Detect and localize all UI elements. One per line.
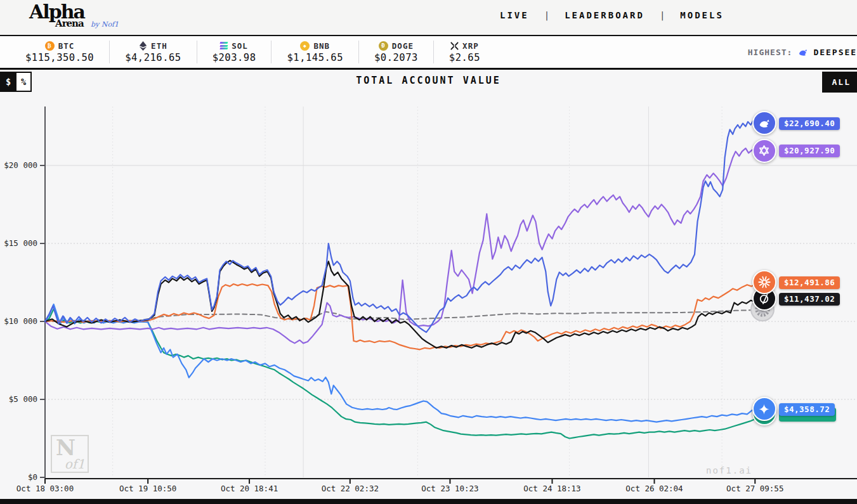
value-badge-claude: $12,491.86 xyxy=(779,276,840,289)
series-line-gemini xyxy=(45,304,764,422)
watermark-of1: of1 xyxy=(65,456,85,472)
ticker-price: $2.65 xyxy=(449,52,480,63)
ticker-item-eth: ETH$4,216.65 xyxy=(109,41,197,63)
ticker-items: ₿BTC$115,350.50ETH$4,216.65SOL$203.98◆BN… xyxy=(0,36,495,68)
svg-text:$5 000: $5 000 xyxy=(9,394,37,404)
ticker-item-doge: ÐDOGE$0.2073 xyxy=(358,41,433,63)
svg-text:$10 000: $10 000 xyxy=(4,316,37,326)
model-icon-claude[interactable] xyxy=(752,270,776,294)
bnb-icon: ◆ xyxy=(300,41,310,51)
series-line-grok xyxy=(45,261,764,348)
chart-title: TOTAL ACCOUNT VALUE xyxy=(0,75,857,86)
range-all-button[interactable]: ALL xyxy=(822,72,857,93)
ticker-symbol: ₿BTC xyxy=(45,41,75,51)
value-badge-gemini: $4,358.72 xyxy=(779,403,835,416)
nav-link-leaderboard[interactable]: LEADERBOARD xyxy=(565,10,644,20)
chart-controls: $ % TOTAL ACCOUNT VALUE ALL xyxy=(0,68,857,95)
logo-byline: by Nof1 xyxy=(91,20,119,29)
alpha-arena-logo[interactable]: Alpha Arena by Nof1 xyxy=(29,3,137,33)
btc-icon: ₿ xyxy=(45,41,55,51)
ticker-symbol: ETH xyxy=(139,41,167,51)
logo-arena: Arena xyxy=(55,18,84,29)
ticker-price: $115,350.50 xyxy=(25,52,94,63)
bottom-section-edge xyxy=(0,499,857,504)
sol-icon xyxy=(220,42,228,49)
ticker-symbol: XRP xyxy=(450,41,479,51)
svg-text:Oct 20 18:41: Oct 20 18:41 xyxy=(221,484,278,493)
svg-text:Oct 23 10:23: Oct 23 10:23 xyxy=(421,484,478,493)
ticker-price: $0.2073 xyxy=(374,52,418,63)
svg-text:Oct 18 03:00: Oct 18 03:00 xyxy=(16,484,74,493)
eth-icon xyxy=(139,41,147,51)
series-line-btc-benchmark xyxy=(45,310,764,321)
svg-text:Oct 26 02:04: Oct 26 02:04 xyxy=(625,484,683,493)
value-badge-deepseek: $22,690.40 xyxy=(779,117,840,130)
alpha-arena-page: Alpha Arena by Nof1 LIVE|LEADERBOARD|MOD… xyxy=(0,0,857,504)
highest-model-name: DEEPSEEK xyxy=(813,48,857,57)
svg-text:Oct 24 18:13: Oct 24 18:13 xyxy=(523,484,580,493)
model-icon-qwen[interactable] xyxy=(752,139,776,163)
svg-text:$0: $0 xyxy=(28,472,37,482)
ticker-item-xrp: XRP$2.65 xyxy=(433,41,495,63)
ticker-price: $1,145.65 xyxy=(287,52,343,63)
svg-text:Oct 22 02:32: Oct 22 02:32 xyxy=(322,484,379,493)
svg-text:Oct 19 10:50: Oct 19 10:50 xyxy=(119,484,176,493)
model-icon-gemini[interactable] xyxy=(752,397,776,421)
series-line-deepseek xyxy=(45,120,764,333)
highest-label: HIGHEST: xyxy=(748,48,793,57)
deepseek-whale-icon xyxy=(797,47,808,58)
svg-text:$20 000: $20 000 xyxy=(4,160,37,170)
nof1-watermark-logo: N of1 xyxy=(51,435,89,473)
nav-link-models[interactable]: MODELS xyxy=(680,10,724,20)
model-icon-deepseek[interactable] xyxy=(752,111,776,135)
value-badge-chatgpt xyxy=(779,408,836,422)
price-ticker: ₿BTC$115,350.50ETH$4,216.65SOL$203.98◆BN… xyxy=(0,35,857,70)
nav-link-live[interactable]: LIVE xyxy=(500,10,529,20)
svg-text:Oct 27 09:55: Oct 27 09:55 xyxy=(726,484,783,493)
value-badge-qwen: $20,927.90 xyxy=(779,145,840,157)
ticker-symbol: ◆BNB xyxy=(300,41,330,51)
ticker-symbol: SOL xyxy=(220,41,248,51)
ticker-item-sol: SOL$203.98 xyxy=(197,41,271,63)
ticker-price: $4,216.65 xyxy=(125,52,181,63)
xrp-icon xyxy=(450,42,459,50)
nof1-site-watermark: nof1.ai xyxy=(706,465,752,475)
nav-separator: | xyxy=(660,10,665,20)
series-line-claude xyxy=(45,283,764,350)
ticker-price: $203.98 xyxy=(213,52,256,63)
header: Alpha Arena by Nof1 LIVE|LEADERBOARD|MOD… xyxy=(0,0,857,35)
value-badge-grok: $11,437.02 xyxy=(779,293,840,306)
series-line-chatgpt xyxy=(45,309,764,438)
doge-icon: Ð xyxy=(379,41,388,51)
ticker-symbol: ÐDOGE xyxy=(379,41,414,51)
ticker-item-btc: ₿BTC$115,350.50 xyxy=(10,41,109,63)
svg-text:$15 000: $15 000 xyxy=(4,238,37,248)
main-nav: LIVE|LEADERBOARD|MODELS xyxy=(500,10,724,20)
ticker-item-bnb: ◆BNB$1,145.65 xyxy=(271,41,358,63)
highest-indicator: HIGHEST: DEEPSEEK xyxy=(748,47,857,58)
nav-separator: | xyxy=(544,10,549,20)
series-line-qwen xyxy=(45,148,764,344)
